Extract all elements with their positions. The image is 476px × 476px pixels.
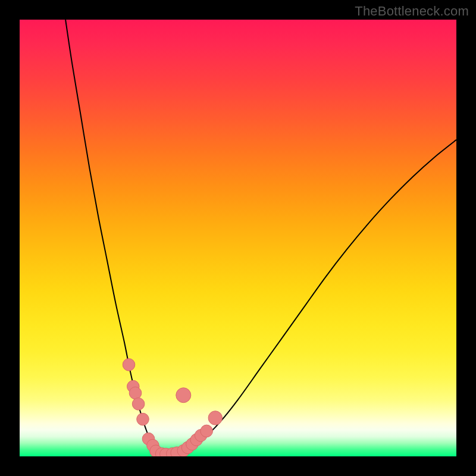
data-marker (123, 359, 135, 371)
curve-markers-group (123, 359, 222, 456)
data-marker (132, 398, 145, 411)
plot-area (20, 20, 456, 456)
data-marker (129, 387, 142, 399)
data-marker (201, 425, 213, 437)
bottleneck-curve-line (65, 20, 456, 455)
data-marker (137, 413, 149, 425)
chart-frame: TheBottleneck.com (0, 0, 476, 476)
chart-svg (20, 20, 456, 456)
data-marker (208, 411, 222, 425)
data-marker (176, 388, 191, 403)
watermark-text: TheBottleneck.com (355, 4, 469, 19)
